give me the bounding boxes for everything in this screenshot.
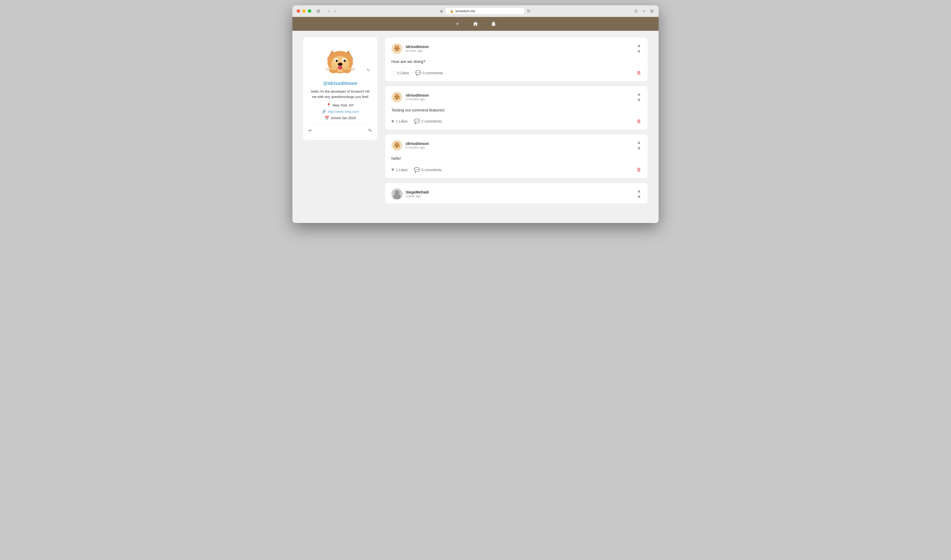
profile-bio: Hello i'm the developer of Screech! Hit …	[308, 89, 372, 99]
create-post-button[interactable]: +	[453, 19, 462, 29]
svg-point-14	[339, 64, 340, 65]
post-author-info: SiegeMeDadi a year ago	[406, 190, 429, 198]
profile-website-link[interactable]: http://www.bing.com	[328, 109, 359, 114]
svg-point-25	[347, 68, 350, 70]
chevron-up-icon: ▲	[637, 188, 641, 194]
profile-back-button[interactable]: ↵	[308, 128, 312, 134]
post-card: idrissdimson 6 months ago ▲ ▼ hello! ♥ 1…	[385, 134, 648, 178]
comment-icon: 💬	[414, 118, 420, 124]
trash-icon: 🗑	[637, 70, 641, 75]
post-author-name: SiegeMeDadi	[406, 190, 429, 194]
back-button[interactable]: ‹	[327, 8, 331, 14]
chevron-up-icon: ▲	[637, 43, 641, 48]
post-author-info: idrissdimson an hour ago	[406, 45, 429, 52]
post-expand-button[interactable]: ▲ ▼	[637, 140, 641, 151]
profile-actions: ↵ ✎	[308, 124, 372, 134]
comments-count: 0 comments	[422, 168, 442, 172]
post-header: idrissdimson an hour ago ▲ ▼	[391, 43, 641, 54]
like-button[interactable]: ♡ 0 Likes	[391, 70, 409, 76]
chevron-down-icon: ▼	[637, 49, 641, 54]
sidebar-toggle-button[interactable]: ⊟	[314, 8, 322, 15]
trash-icon: 🗑	[637, 118, 641, 124]
post-footer: ♥ 1 Likes 💬 2 comments 🗑	[391, 118, 641, 124]
close-button[interactable]	[297, 9, 300, 13]
comment-button[interactable]: 💬 2 comments	[414, 118, 442, 124]
browser-titlebar: ⊟ ‹ › ⊕ 🔒 screeech.me ↻ ⎙ + ⧉	[292, 5, 659, 17]
profile-avatar-container	[319, 43, 362, 78]
fullscreen-button[interactable]	[308, 9, 311, 13]
notifications-button[interactable]	[489, 19, 498, 29]
lock-icon: 🔒	[450, 9, 454, 13]
post-body: hello!	[391, 155, 641, 162]
post-author: idrissdimson 6 months ago	[391, 140, 429, 151]
svg-point-47	[396, 146, 398, 147]
profile-location-text: New York, NY	[332, 103, 354, 107]
calendar-icon: 📅	[325, 116, 329, 120]
post-header: idrissdimson 6 months ago ▲ ▼	[391, 140, 641, 151]
address-bar[interactable]: 🔒 screeech.me	[445, 8, 525, 15]
svg-point-13	[338, 63, 343, 66]
address-bar-container: ⊕ 🔒 screeech.me ↻	[340, 8, 631, 15]
svg-point-29	[395, 48, 396, 49]
post-body: Testing out comment features!	[391, 107, 641, 113]
home-button[interactable]	[471, 19, 480, 29]
post-expand-button[interactable]: ▲ ▼	[637, 91, 641, 103]
share-button[interactable]: ⎙	[634, 8, 639, 14]
trash-icon: 🗑	[637, 167, 641, 172]
new-tab-button[interactable]: +	[642, 8, 646, 14]
browser-actions: ⎙ + ⧉	[634, 8, 654, 14]
comment-icon: 💬	[415, 70, 421, 76]
comment-button[interactable]: 💬 0 comments	[414, 167, 442, 173]
delete-button[interactable]: 🗑	[637, 167, 641, 172]
post-author: idrissdimson 5 months ago	[391, 92, 429, 103]
edit-avatar-button[interactable]: ✎	[366, 68, 370, 73]
post-timestamp: a year ago	[406, 194, 429, 198]
comment-icon: 💬	[414, 167, 420, 173]
svg-point-31	[396, 49, 398, 51]
minimize-button[interactable]	[302, 9, 306, 13]
like-button[interactable]: ♥ 1 Likes	[391, 118, 408, 124]
svg-point-11	[337, 60, 338, 60]
profile-meta: 📍 New York, NY 🔗 http://www.bing.com 📅 J…	[308, 103, 372, 120]
post-card: idrissdimson an hour ago ▲ ▼ How are we …	[385, 37, 648, 82]
post-timestamp: 5 months ago	[406, 97, 429, 101]
comments-count: 2 comments	[422, 119, 442, 123]
like-button[interactable]: ♥ 1 Likes	[391, 167, 408, 172]
delete-button[interactable]: 🗑	[637, 70, 641, 75]
post-avatar	[391, 188, 403, 200]
tabs-button[interactable]: ⧉	[649, 8, 654, 14]
profile-edit-button[interactable]: ✎	[368, 128, 372, 134]
post-card: SiegeMeDadi a year ago ▲ ▼	[385, 183, 648, 204]
comments-count: 0 comments	[423, 71, 443, 75]
svg-point-12	[345, 60, 346, 60]
comment-button[interactable]: 💬 0 comments	[415, 70, 443, 76]
profile-username: @idrissdimson	[323, 81, 357, 86]
post-footer: ♡ 0 Likes 💬 0 comments 🗑	[391, 70, 641, 76]
browser-controls: ‹ ›	[327, 8, 337, 14]
svg-point-15	[341, 64, 342, 65]
chevron-up-icon: ▲	[637, 140, 641, 145]
post-header: idrissdimson 5 months ago ▲ ▼	[391, 91, 641, 103]
post-card: idrissdimson 5 months ago ▲ ▼ Testing ou…	[385, 86, 648, 130]
post-avatar	[391, 140, 403, 151]
svg-point-39	[396, 98, 398, 99]
heart-filled-icon: ♥	[391, 118, 394, 124]
browser-window: ⊟ ‹ › ⊕ 🔒 screeech.me ↻ ⎙ + ⧉ +	[292, 5, 659, 223]
post-body: How are we doing?	[391, 58, 641, 65]
svg-point-46	[397, 145, 399, 146]
post-footer: ♥ 1 Likes 💬 0 comments 🗑	[391, 167, 641, 173]
svg-point-37	[395, 96, 396, 97]
chevron-down-icon: ▼	[637, 97, 641, 103]
heart-filled-icon: ♥	[391, 167, 394, 172]
url-text: screeech.me	[455, 9, 475, 13]
forward-button[interactable]: ›	[333, 8, 337, 14]
profile-location: 📍 New York, NY	[326, 103, 354, 107]
post-author-info: idrissdimson 6 months ago	[406, 142, 429, 149]
post-expand-button[interactable]: ▲ ▼	[637, 43, 641, 54]
post-author-name: idrissdimson	[406, 93, 429, 97]
reload-button[interactable]: ↻	[527, 9, 531, 14]
delete-button[interactable]: 🗑	[637, 118, 641, 124]
location-icon: 📍	[326, 103, 331, 107]
posts-feed: idrissdimson an hour ago ▲ ▼ How are we …	[385, 37, 648, 204]
post-expand-button[interactable]: ▲ ▼	[637, 188, 641, 200]
